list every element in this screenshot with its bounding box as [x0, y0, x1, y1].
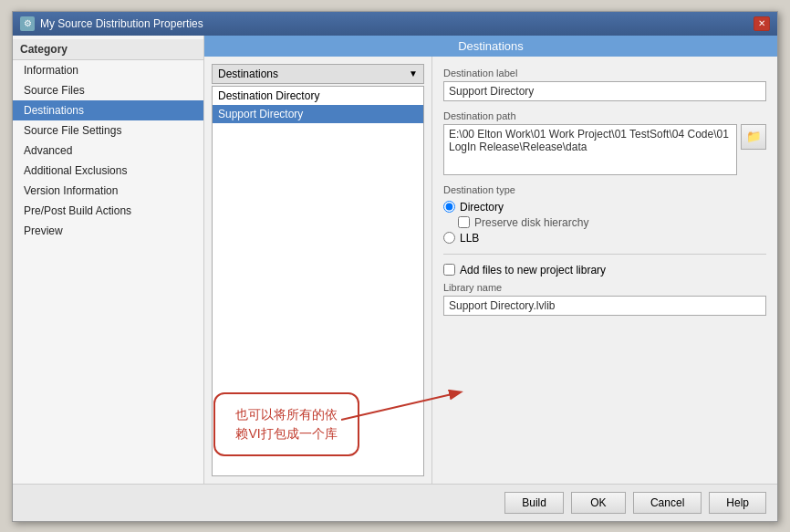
dest-path-label: Destination path — [443, 110, 766, 121]
window-title: My Source Distribution Properties — [40, 17, 203, 30]
bottom-bar: Build OK Cancel Help — [13, 484, 777, 521]
help-button[interactable]: Help — [709, 492, 766, 514]
close-button[interactable]: ✕ — [754, 16, 770, 31]
sidebar-item-source-file-settings[interactable]: Source File Settings — [13, 120, 203, 141]
checkbox-preserve-row: Preserve disk hierarchy — [458, 216, 766, 229]
sidebar-item-advanced[interactable]: Advanced — [13, 141, 203, 161]
radio-llb-row: LLB — [443, 232, 766, 245]
title-bar: ⚙ My Source Distribution Properties ✕ — [13, 12, 777, 36]
browse-folder-button[interactable]: 📁 — [741, 124, 766, 150]
dest-item-support-directory[interactable]: Support Directory — [213, 105, 423, 123]
properties-area: Destination label Destination path E:\00… — [432, 57, 777, 484]
dest-list-area: Destinations ▼ Destination Directory Sup… — [204, 57, 432, 484]
sidebar-category: Category — [13, 39, 203, 60]
callout-bubble: 也可以将所有的依赖VI打包成一个库 — [213, 392, 359, 456]
sidebar-item-destinations[interactable]: Destinations — [13, 100, 203, 120]
library-name-label: Library name — [443, 282, 766, 293]
dest-path-row: E:\00 Elton Work\01 Work Project\01 Test… — [443, 124, 766, 175]
sidebar-item-pre-post-build[interactable]: Pre/Post Build Actions — [13, 201, 203, 221]
folder-icon: 📁 — [746, 130, 762, 143]
ok-button[interactable]: OK — [571, 492, 626, 514]
app-icon: ⚙ — [20, 16, 35, 31]
radio-directory-row: Directory — [443, 201, 766, 214]
sidebar-item-version-information[interactable]: Version Information — [13, 181, 203, 201]
callout-container: 也可以将所有的依赖VI打包成一个库 — [213, 392, 359, 456]
checkbox-add-files[interactable] — [443, 264, 455, 276]
sidebar-item-information[interactable]: Information — [13, 60, 203, 80]
dest-label-input[interactable] — [443, 81, 766, 101]
main-content: Category Information Source Files Destin… — [13, 36, 777, 484]
cancel-button[interactable]: Cancel — [633, 492, 702, 514]
add-files-label: Add files to new project library — [460, 264, 606, 276]
radio-llb-label: LLB — [460, 232, 479, 245]
sidebar-item-source-files[interactable]: Source Files — [13, 80, 203, 100]
main-window: ⚙ My Source Distribution Properties ✕ Ca… — [12, 11, 778, 522]
title-bar-left: ⚙ My Source Distribution Properties — [20, 16, 203, 31]
sidebar: Category Information Source Files Destin… — [13, 36, 204, 484]
dest-type-label: Destination type — [443, 184, 766, 195]
panel-header: Destinations — [204, 36, 777, 57]
dest-path-textarea[interactable]: E:\00 Elton Work\01 Work Project\01 Test… — [443, 124, 737, 175]
checkbox-preserve[interactable] — [458, 216, 470, 228]
radio-directory-label: Directory — [460, 201, 504, 214]
library-name-input[interactable] — [443, 296, 766, 316]
list-scroll-arrow: ▼ — [409, 68, 418, 78]
dest-item-destination-directory[interactable]: Destination Directory — [213, 87, 423, 105]
right-panel: Destinations Destinations ▼ Destination … — [204, 36, 777, 484]
sidebar-item-additional-exclusions[interactable]: Additional Exclusions — [13, 161, 203, 181]
radio-llb[interactable] — [443, 232, 455, 244]
panel-body: Destinations ▼ Destination Directory Sup… — [204, 57, 777, 484]
add-files-row: Add files to new project library — [443, 264, 766, 276]
checkbox-preserve-label: Preserve disk hierarchy — [474, 216, 588, 229]
callout-text: 也可以将所有的依赖VI打包成一个库 — [235, 407, 338, 441]
dest-list-header: Destinations ▼ — [212, 64, 424, 84]
radio-directory[interactable] — [443, 201, 455, 213]
sidebar-item-preview[interactable]: Preview — [13, 221, 203, 241]
build-button[interactable]: Build — [504, 492, 564, 514]
dest-label-label: Destination label — [443, 68, 766, 78]
section-divider — [443, 254, 766, 255]
